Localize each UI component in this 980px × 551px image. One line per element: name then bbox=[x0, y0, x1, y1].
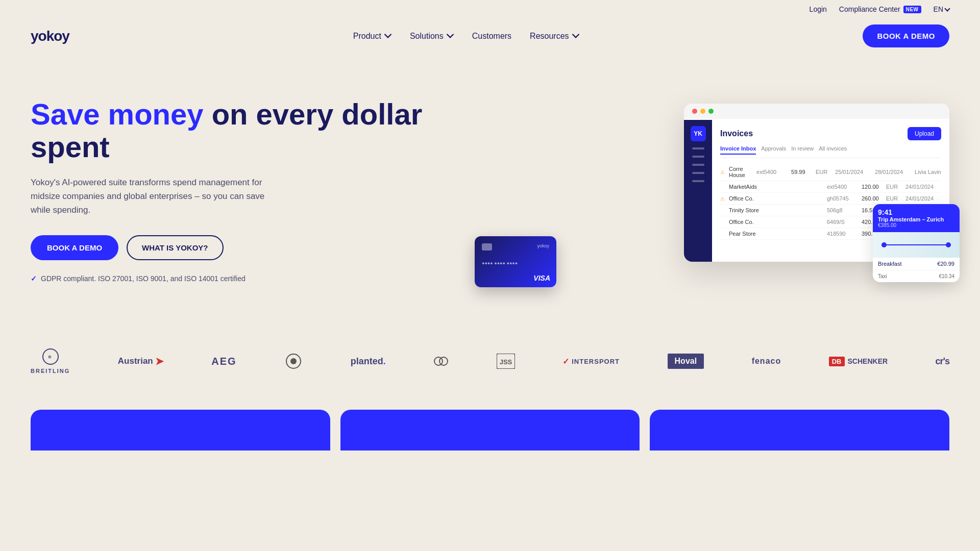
sidebar-nav-icon bbox=[692, 172, 704, 174]
visa-logo: VISA bbox=[533, 274, 550, 282]
hero-title: Save money on every dollar spent bbox=[31, 98, 470, 163]
taxi-amount: €10.34 bbox=[939, 273, 954, 279]
tab-in-review[interactable]: In review bbox=[791, 145, 814, 155]
trip-expense-card: 9:41 Trip Amsterdam – Zurich €385.00 Bre… bbox=[873, 204, 960, 282]
brand6-icon bbox=[433, 354, 449, 369]
planted-logo: planted. bbox=[351, 356, 386, 367]
fenaco-logo: fenaco bbox=[752, 357, 781, 366]
nav-customers[interactable]: Customers bbox=[472, 32, 511, 41]
hero-title-highlight: Save money bbox=[31, 97, 204, 131]
window-titlebar bbox=[684, 104, 949, 119]
tab-all-invoices[interactable]: All invoices bbox=[819, 145, 847, 155]
lang-label: EN bbox=[934, 5, 943, 13]
breakfast-label: Breakfast bbox=[878, 261, 901, 267]
austrian-arrow-icon: ➤ bbox=[155, 355, 164, 367]
sidebar-logo: YK bbox=[691, 126, 706, 141]
hoval-logo: Hoval bbox=[668, 354, 704, 369]
svg-point-3 bbox=[439, 357, 448, 365]
hero-left: Save money on every dollar spent Yokoy's… bbox=[31, 98, 490, 283]
invoices-title: Invoices bbox=[720, 129, 753, 138]
trip-time: 9:41 bbox=[878, 208, 954, 216]
destination-dot bbox=[946, 242, 951, 247]
warning-icon: ⚠ bbox=[720, 196, 725, 202]
compliance-link[interactable]: Compliance Center NEW bbox=[839, 5, 921, 13]
invoices-header: Invoices Upload bbox=[720, 127, 941, 140]
new-badge: NEW bbox=[903, 6, 921, 13]
resources-chevron-icon bbox=[572, 33, 579, 40]
card-label: ●●●● ●●●● ●●●● bbox=[482, 261, 518, 266]
brand4-logo bbox=[284, 352, 303, 370]
trip-header: 9:41 Trip Amsterdam – Zurich €385.00 bbox=[873, 204, 960, 232]
taxi-expense: Taxi €10.34 bbox=[873, 270, 960, 282]
invoice-tabs: Invoice Inbox Approvals In review All in… bbox=[720, 145, 941, 158]
login-link[interactable]: Login bbox=[810, 5, 827, 13]
check-icon: ✓ bbox=[31, 274, 37, 283]
trip-map bbox=[873, 232, 960, 258]
intersport-check-icon: ✓ bbox=[562, 357, 570, 366]
upload-button[interactable]: Upload bbox=[908, 127, 941, 140]
nav-product[interactable]: Product bbox=[353, 32, 391, 41]
sidebar-nav-icon bbox=[692, 147, 704, 149]
sidebar-nav-icon bbox=[692, 156, 704, 158]
aeg-logo: AEG bbox=[211, 356, 236, 367]
intersport-logo: ✓ INTERSPORT bbox=[562, 357, 620, 366]
warning-placeholder: ⚠ bbox=[720, 184, 725, 190]
table-row: ⚠ MarketAids ext5400 120.00 EUR 24/01/20… bbox=[720, 181, 941, 193]
jss-logo: JSS bbox=[497, 354, 515, 369]
feature-card-1[interactable] bbox=[31, 410, 330, 450]
hero-right: YK Invoices Upload In bbox=[490, 104, 949, 277]
sidebar-nav-icon bbox=[692, 180, 704, 182]
chevron-down-icon bbox=[944, 6, 950, 11]
svg-text:JSS: JSS bbox=[499, 358, 512, 366]
tab-invoice-inbox[interactable]: Invoice Inbox bbox=[720, 145, 756, 155]
partner-logos: B BREITLING Austrian ➤ AEG planted. JSS … bbox=[0, 333, 980, 399]
warning-placeholder: ⚠ bbox=[720, 219, 725, 225]
solutions-chevron-icon bbox=[447, 33, 454, 40]
hero-section: Save money on every dollar spent Yokoy's… bbox=[0, 58, 980, 333]
breitling-logo: B BREITLING bbox=[31, 348, 70, 374]
card-brand-name: yokoy bbox=[537, 243, 549, 248]
warning-icon: ⚠ bbox=[720, 169, 725, 175]
gdpr-note: ✓ GDPR compliant. ISO 27001, ISO 9001, a… bbox=[31, 274, 470, 283]
table-row: ⚠ Office Co. gh05745 260.00 EUR 24/01/20… bbox=[720, 193, 941, 205]
crs-logo: cr's bbox=[936, 356, 949, 367]
taxi-label: Taxi bbox=[878, 273, 887, 279]
trip-amount: €385.00 bbox=[878, 222, 954, 228]
jss-icon: JSS bbox=[497, 354, 515, 369]
svg-point-1 bbox=[290, 358, 297, 364]
nav-resources[interactable]: Resources bbox=[530, 32, 579, 41]
window-close-dot bbox=[692, 109, 697, 114]
warning-placeholder: ⚠ bbox=[720, 208, 725, 213]
hero-subtitle: Yokoy's AI-powered suite transforms spen… bbox=[31, 176, 276, 217]
navbar: yokoy Product Solutions Customers Resour… bbox=[0, 18, 980, 58]
sidebar-nav-icon bbox=[692, 164, 704, 166]
austrian-logo: Austrian ➤ bbox=[118, 355, 164, 367]
window-minimize-dot bbox=[700, 109, 705, 114]
feature-card-2[interactable] bbox=[340, 410, 640, 450]
compliance-label: Compliance Center bbox=[839, 5, 900, 13]
breakfast-amount: €20.99 bbox=[937, 261, 954, 267]
app-mockup: YK Invoices Upload In bbox=[490, 104, 949, 277]
product-chevron-icon bbox=[384, 33, 391, 40]
gdpr-text: GDPR compliant. ISO 27001, ISO 9001, and… bbox=[41, 274, 246, 283]
origin-dot bbox=[881, 242, 887, 247]
nav-solutions[interactable]: Solutions bbox=[410, 32, 454, 41]
language-selector[interactable]: EN bbox=[934, 5, 949, 13]
what-is-yokoy-button[interactable]: WHAT IS YOKOY? bbox=[127, 235, 223, 260]
brand6-logo bbox=[433, 354, 449, 369]
top-bar: Login Compliance Center NEW EN bbox=[0, 0, 980, 18]
logo[interactable]: yokoy bbox=[31, 28, 69, 44]
app-sidebar: YK bbox=[684, 120, 712, 262]
tab-approvals[interactable]: Approvals bbox=[761, 145, 786, 155]
db-badge: DB bbox=[829, 357, 845, 366]
feature-card-3[interactable] bbox=[650, 410, 949, 450]
book-demo-hero-button[interactable]: BOOK A DEMO bbox=[31, 235, 118, 260]
breakfast-expense: Breakfast €20.99 bbox=[873, 258, 960, 270]
trip-title: Trip Amsterdam – Zurich bbox=[878, 216, 954, 222]
warning-placeholder: ⚠ bbox=[720, 231, 725, 237]
payment-card: yokoy ●●●● ●●●● ●●●● VISA bbox=[475, 236, 556, 287]
card-chip bbox=[482, 243, 492, 251]
route-line bbox=[881, 244, 951, 245]
nav-links: Product Solutions Customers Resources bbox=[353, 32, 579, 41]
book-demo-nav-button[interactable]: BOOK A DEMO bbox=[863, 24, 949, 47]
